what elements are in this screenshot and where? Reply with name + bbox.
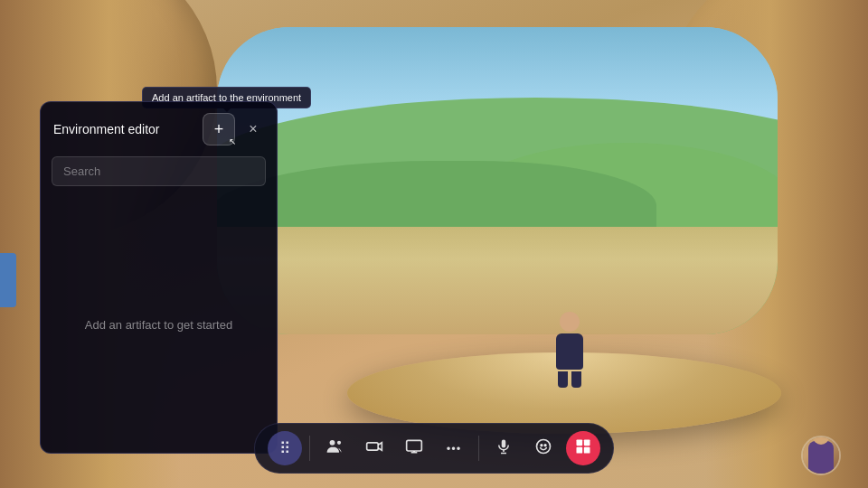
svg-point-7	[537, 439, 551, 453]
view-icon	[574, 437, 592, 460]
svg-point-0	[330, 439, 335, 445]
panel-header: Environment editor + ↖ ×	[41, 102, 277, 156]
cursor-icon: ↖	[229, 136, 236, 146]
toolbar-people-button[interactable]	[317, 431, 352, 465]
avatar-btn-head	[813, 436, 829, 445]
avatar-btn-background	[803, 437, 839, 474]
avatar-legs	[552, 371, 588, 388]
people-icon	[326, 437, 344, 460]
svg-point-8	[541, 444, 542, 446]
environment-editor-panel: Environment editor + ↖ × Add an artifact…	[40, 101, 278, 454]
panel-title: Environment editor	[53, 122, 160, 136]
toolbar-apps-button[interactable]: ⠿	[268, 431, 302, 465]
svg-rect-2	[367, 442, 379, 449]
share-icon	[405, 437, 423, 460]
toolbar-camera-button[interactable]	[357, 431, 392, 465]
svg-rect-11	[584, 439, 590, 446]
toolbar-share-button[interactable]	[397, 431, 431, 465]
more-icon: •••	[447, 442, 462, 455]
panel-search-area	[41, 156, 277, 197]
close-panel-button[interactable]: ×	[242, 118, 264, 140]
add-artifact-button[interactable]: + ↖	[203, 113, 235, 145]
scene-avatar	[552, 312, 588, 384]
svg-rect-13	[584, 446, 590, 453]
hills	[217, 119, 778, 242]
avatar-head	[560, 312, 580, 332]
window-landscape	[217, 27, 778, 334]
toolbar-emoji-button[interactable]	[526, 431, 561, 465]
avatar-body	[556, 333, 583, 370]
toolbar-separator-2	[478, 436, 479, 461]
camera-icon	[365, 437, 383, 460]
side-accent-strip	[0, 253, 16, 307]
svg-point-9	[544, 444, 546, 446]
ground	[217, 227, 778, 334]
emoji-icon	[534, 437, 552, 460]
panel-content: Add an artifact to get started	[41, 197, 277, 453]
plus-icon: +	[214, 120, 224, 139]
toolbar-mic-button[interactable]	[486, 431, 521, 465]
toolbar-separator-1	[309, 436, 310, 461]
svg-point-1	[337, 440, 341, 444]
svg-rect-4	[502, 439, 506, 447]
user-avatar-button[interactable]	[801, 436, 841, 475]
avatar-leg-left	[558, 371, 568, 388]
empty-state-label: Add an artifact to get started	[85, 318, 232, 332]
bottom-toolbar: ⠿	[254, 423, 614, 474]
avatar-btn-figure	[808, 441, 834, 474]
mic-icon	[495, 437, 512, 460]
svg-rect-12	[577, 446, 583, 453]
toolbar-more-button[interactable]: •••	[437, 431, 471, 465]
close-icon: ×	[249, 121, 257, 137]
panel-header-actions: + ↖ ×	[203, 113, 264, 145]
vr-background: Add an artifact to the environment Envir…	[0, 0, 868, 488]
toolbar-view-button[interactable]	[566, 431, 600, 465]
svg-rect-3	[407, 440, 422, 451]
apps-icon: ⠿	[279, 439, 290, 458]
svg-rect-10	[577, 439, 583, 446]
avatar-leg-right	[571, 371, 581, 388]
search-input[interactable]	[52, 156, 266, 186]
